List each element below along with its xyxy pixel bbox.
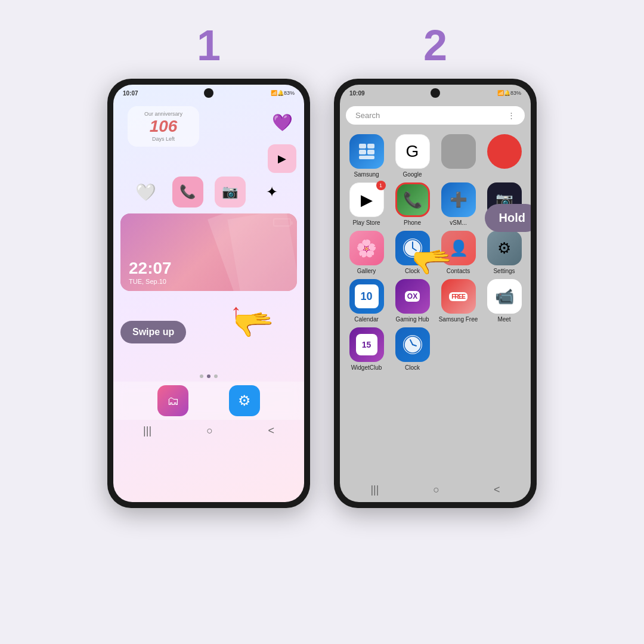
search-menu-icon: ⋮ bbox=[507, 111, 515, 120]
gallery-label: Gallery bbox=[357, 268, 376, 274]
phone-1: 10:07 📶🔔83% Our anniversary 106 Days Lef… bbox=[107, 79, 310, 508]
svg-rect-4 bbox=[359, 156, 374, 159]
swipe-hand: 🫳 bbox=[233, 305, 274, 344]
app-gallery[interactable]: 🌸 Gallery bbox=[346, 231, 387, 274]
nav-home-1[interactable]: ○ bbox=[206, 425, 213, 437]
stars-icon: ✦ bbox=[257, 177, 287, 207]
app-samsungfree[interactable]: FREE Samsung Free bbox=[438, 279, 479, 323]
music-widget: 22:07 TUE, Sep.10 bbox=[120, 213, 297, 291]
swipe-up-button[interactable]: Swipe up bbox=[120, 321, 186, 343]
phone-2: 10:09 📶🔔83% Search ⋮ bbox=[334, 79, 537, 508]
status-time-1: 10:07 bbox=[123, 90, 138, 97]
status-icons-1: 📶🔔83% bbox=[271, 90, 295, 96]
nav-home-2[interactable]: ○ bbox=[433, 484, 439, 496]
samsungfree-icon[interactable]: FREE bbox=[441, 279, 476, 314]
playstore-label: Play Store bbox=[352, 219, 380, 226]
app-placeholder-4 bbox=[484, 134, 525, 178]
notch-2 bbox=[431, 88, 440, 98]
dot-3 bbox=[214, 374, 218, 378]
clock2-icon[interactable] bbox=[395, 327, 430, 362]
dock-apps-icon[interactable]: 🗂 bbox=[157, 385, 188, 416]
app-widgetclub[interactable]: 15 WidgetClub bbox=[346, 327, 387, 371]
nav-back-1[interactable]: ||| bbox=[143, 425, 151, 437]
samsung-icon[interactable] bbox=[349, 134, 384, 169]
app-calendar[interactable]: 10 Calendar bbox=[346, 279, 387, 323]
dock-settings-icon[interactable]: ⚙ bbox=[229, 385, 260, 416]
hold-hand-cursor: 🫳 bbox=[411, 243, 453, 281]
app-phone[interactable]: 📞 Phone bbox=[392, 182, 433, 226]
meet-icon[interactable]: 📹 bbox=[487, 279, 522, 314]
app-playstore[interactable]: ▶ 1 Play Store bbox=[346, 182, 387, 226]
app-google[interactable]: G Google bbox=[392, 134, 433, 178]
swipe-section: Swipe up ↑ 🫳 bbox=[113, 293, 304, 371]
icon-row-2: 🤍 📞 📷 ✦ bbox=[113, 173, 304, 211]
nav-recent-1[interactable]: < bbox=[268, 425, 274, 437]
phone-1-wrapper: 10:07 📶🔔83% Our anniversary 106 Days Lef… bbox=[107, 79, 310, 508]
page-dots bbox=[113, 374, 304, 378]
heart-icon: 💜 bbox=[267, 107, 297, 137]
step-1: 1 10:07 📶🔔83% Our anniversary 106 bbox=[107, 24, 310, 508]
search-label: Search bbox=[355, 111, 380, 120]
vsmart-icon[interactable]: ➕ bbox=[441, 182, 476, 217]
grey-app-icon bbox=[441, 134, 476, 169]
status-time-2: 10:09 bbox=[349, 90, 365, 97]
gallery-icon[interactable]: 🌸 bbox=[349, 231, 384, 265]
search-bar[interactable]: Search ⋮ bbox=[346, 106, 525, 125]
dot-2-active bbox=[207, 374, 210, 378]
notch-1 bbox=[204, 88, 213, 98]
nav-recent-2[interactable]: < bbox=[494, 484, 500, 496]
phone-1-screen: 10:07 📶🔔83% Our anniversary 106 Days Lef… bbox=[113, 85, 304, 502]
step-1-number: 1 bbox=[197, 24, 221, 67]
app-clock2[interactable]: Clock bbox=[392, 327, 433, 371]
step-2: 2 10:09 📶🔔83% Search ⋮ bbox=[334, 24, 537, 508]
main-container: 1 10:07 📶🔔83% Our anniversary 106 bbox=[0, 0, 644, 644]
widgetclub-label: WidgetClub bbox=[351, 364, 382, 371]
app-placeholder-3 bbox=[438, 134, 479, 178]
phone-icon-1[interactable]: 📞 bbox=[172, 177, 203, 208]
playstore-icon[interactable]: ▶ 1 bbox=[349, 182, 384, 217]
top-widget-row: Our anniversary 106 Days Left 💜 ▶ bbox=[113, 101, 304, 173]
calendar-label: Calendar bbox=[354, 316, 379, 323]
phone-2-screen: 10:09 📶🔔83% Search ⋮ bbox=[340, 85, 531, 502]
nav-bar-2: ||| ○ < bbox=[340, 480, 531, 500]
anniversary-widget: Our anniversary 106 Days Left bbox=[128, 106, 199, 147]
phone-app-icon[interactable]: 📞 bbox=[395, 182, 430, 217]
vsmart-label: vSM... bbox=[450, 219, 466, 226]
samsungfree-label: Samsung Free bbox=[439, 316, 478, 323]
meet-label: Meet bbox=[497, 316, 510, 323]
red-app-icon bbox=[487, 134, 522, 169]
gaminghub-label: Gaming Hub bbox=[395, 316, 429, 323]
app-meet[interactable]: 📹 Meet bbox=[484, 279, 525, 323]
svg-rect-1 bbox=[367, 144, 374, 148]
nav-bar-1: ||| ○ < bbox=[113, 422, 304, 439]
step-2-number: 2 bbox=[423, 24, 447, 67]
widgetclub-icon[interactable]: 15 bbox=[349, 327, 384, 362]
heart3d-icon[interactable]: 🤍 bbox=[131, 177, 161, 207]
settings-label: Settings bbox=[493, 268, 515, 274]
nav-back-2[interactable]: ||| bbox=[370, 484, 379, 496]
app-gaminghub[interactable]: OX Gaming Hub bbox=[392, 279, 433, 323]
widget-time: 22:07 TUE, Sep.10 bbox=[129, 259, 172, 285]
camera-icon-1[interactable]: 📷 bbox=[215, 177, 246, 208]
bottom-dock-1: 🗂 ⚙ bbox=[113, 382, 304, 420]
app-vsmart[interactable]: ➕ vSM... bbox=[438, 182, 479, 226]
app-settings[interactable]: ⚙ Settings bbox=[484, 231, 525, 274]
dot-1 bbox=[200, 374, 203, 378]
clock2-label: Clock bbox=[405, 364, 420, 371]
samsung-label: Samsung bbox=[354, 171, 379, 178]
app-samsung[interactable]: Samsung bbox=[346, 134, 387, 178]
playstore-badge: 1 bbox=[376, 181, 386, 190]
svg-rect-3 bbox=[367, 150, 374, 154]
youtube-icon[interactable]: ▶ bbox=[268, 144, 296, 173]
google-label: Google bbox=[402, 171, 422, 178]
calendar-icon[interactable]: 10 bbox=[349, 279, 384, 314]
svg-rect-2 bbox=[359, 150, 366, 154]
phone-app-label: Phone bbox=[404, 219, 421, 226]
gaminghub-icon[interactable]: OX bbox=[395, 279, 430, 314]
svg-rect-0 bbox=[359, 144, 366, 148]
hold-tooltip: Hold bbox=[485, 204, 531, 232]
settings-icon[interactable]: ⚙ bbox=[487, 231, 522, 265]
google-icon[interactable]: G bbox=[395, 134, 430, 169]
phone-2-wrapper: 10:09 📶🔔83% Search ⋮ bbox=[334, 79, 537, 508]
status-icons-2: 📶🔔83% bbox=[497, 90, 521, 96]
